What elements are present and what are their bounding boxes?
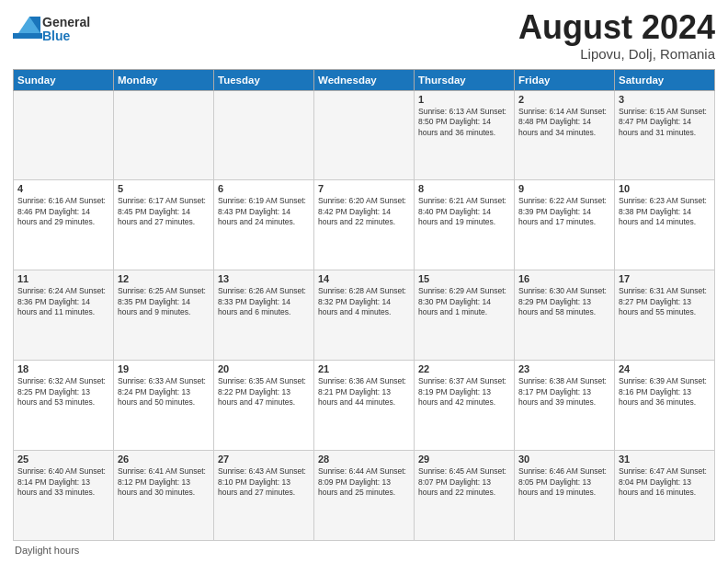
day-cell: 28Sunrise: 6:44 AM Sunset: 8:09 PM Dayli… (314, 451, 415, 541)
day-number: 4 (17, 183, 109, 194)
day-cell: 12Sunrise: 6:25 AM Sunset: 8:35 PM Dayli… (114, 270, 214, 361)
calendar-table: SundayMondayTuesdayWednesdayThursdayFrid… (13, 69, 715, 541)
day-number: 2 (518, 94, 610, 105)
day-number: 17 (619, 273, 711, 284)
day-cell: 2Sunrise: 6:14 AM Sunset: 8:48 PM Daylig… (515, 90, 615, 180)
page: General Blue August 2024 Lipovu, Dolj, R… (0, 0, 728, 563)
logo-general-text: General (42, 16, 90, 29)
day-info: Sunrise: 6:38 AM Sunset: 8:17 PM Dayligh… (518, 376, 610, 408)
day-number: 24 (619, 363, 711, 374)
day-number: 18 (17, 363, 109, 374)
header: General Blue August 2024 Lipovu, Dolj, R… (13, 9, 715, 62)
day-info: Sunrise: 6:19 AM Sunset: 8:43 PM Dayligh… (218, 196, 310, 227)
day-cell: 4Sunrise: 6:16 AM Sunset: 8:46 PM Daylig… (14, 180, 114, 270)
day-number: 26 (118, 454, 210, 465)
title-block: August 2024 Lipovu, Dolj, Romania (518, 9, 715, 62)
day-cell: 20Sunrise: 6:35 AM Sunset: 8:22 PM Dayli… (214, 361, 314, 451)
weekday-header-monday: Monday (114, 69, 214, 90)
day-cell: 22Sunrise: 6:37 AM Sunset: 8:19 PM Dayli… (415, 361, 515, 451)
day-info: Sunrise: 6:17 AM Sunset: 8:45 PM Dayligh… (118, 196, 210, 227)
calendar-location: Lipovu, Dolj, Romania (518, 46, 715, 62)
day-info: Sunrise: 6:44 AM Sunset: 8:09 PM Dayligh… (318, 466, 410, 498)
week-row-3: 11Sunrise: 6:24 AM Sunset: 8:36 PM Dayli… (14, 270, 715, 361)
day-number: 22 (418, 363, 510, 374)
logo: General Blue (13, 13, 90, 46)
day-cell (14, 90, 114, 180)
calendar-title: August 2024 (518, 9, 715, 46)
day-info: Sunrise: 6:23 AM Sunset: 8:38 PM Dayligh… (619, 196, 711, 227)
day-info: Sunrise: 6:22 AM Sunset: 8:39 PM Dayligh… (518, 196, 610, 227)
day-info: Sunrise: 6:43 AM Sunset: 8:10 PM Dayligh… (218, 466, 310, 498)
day-cell: 30Sunrise: 6:46 AM Sunset: 8:05 PM Dayli… (515, 451, 615, 541)
day-cell: 9Sunrise: 6:22 AM Sunset: 8:39 PM Daylig… (515, 180, 615, 270)
day-info: Sunrise: 6:35 AM Sunset: 8:22 PM Dayligh… (218, 376, 310, 408)
day-number: 6 (218, 183, 310, 194)
logo-icon (13, 13, 42, 46)
day-cell: 8Sunrise: 6:21 AM Sunset: 8:40 PM Daylig… (415, 180, 515, 270)
day-info: Sunrise: 6:13 AM Sunset: 8:50 PM Dayligh… (418, 107, 510, 138)
day-number: 30 (518, 454, 610, 465)
day-cell (214, 90, 314, 180)
day-cell: 16Sunrise: 6:30 AM Sunset: 8:29 PM Dayli… (515, 270, 615, 361)
day-cell: 25Sunrise: 6:40 AM Sunset: 8:14 PM Dayli… (14, 451, 114, 541)
day-number: 3 (619, 94, 711, 105)
day-info: Sunrise: 6:45 AM Sunset: 8:07 PM Dayligh… (418, 466, 510, 498)
day-number: 29 (418, 454, 510, 465)
day-info: Sunrise: 6:29 AM Sunset: 8:30 PM Dayligh… (418, 286, 510, 317)
day-cell: 21Sunrise: 6:36 AM Sunset: 8:21 PM Dayli… (314, 361, 415, 451)
day-number: 28 (318, 454, 410, 465)
day-info: Sunrise: 6:31 AM Sunset: 8:27 PM Dayligh… (619, 286, 711, 317)
day-cell: 24Sunrise: 6:39 AM Sunset: 8:16 PM Dayli… (615, 361, 715, 451)
logo-text: General Blue (42, 16, 90, 44)
day-info: Sunrise: 6:20 AM Sunset: 8:42 PM Dayligh… (318, 196, 410, 227)
day-info: Sunrise: 6:15 AM Sunset: 8:47 PM Dayligh… (619, 107, 711, 138)
day-number: 11 (17, 273, 109, 284)
day-number: 5 (118, 183, 210, 194)
weekday-header-sunday: Sunday (14, 69, 114, 90)
day-info: Sunrise: 6:40 AM Sunset: 8:14 PM Dayligh… (17, 466, 109, 498)
day-number: 7 (318, 183, 410, 194)
calendar: SundayMondayTuesdayWednesdayThursdayFrid… (13, 69, 715, 541)
weekday-header-friday: Friday (515, 69, 615, 90)
day-cell: 31Sunrise: 6:47 AM Sunset: 8:04 PM Dayli… (615, 451, 715, 541)
day-info: Sunrise: 6:21 AM Sunset: 8:40 PM Dayligh… (418, 196, 510, 227)
day-cell (314, 90, 415, 180)
day-cell: 10Sunrise: 6:23 AM Sunset: 8:38 PM Dayli… (615, 180, 715, 270)
day-number: 25 (17, 454, 109, 465)
weekday-header-wednesday: Wednesday (314, 69, 415, 90)
day-info: Sunrise: 6:33 AM Sunset: 8:24 PM Dayligh… (118, 376, 210, 408)
day-cell: 6Sunrise: 6:19 AM Sunset: 8:43 PM Daylig… (214, 180, 314, 270)
day-info: Sunrise: 6:28 AM Sunset: 8:32 PM Dayligh… (318, 286, 410, 317)
day-number: 16 (518, 273, 610, 284)
day-cell: 23Sunrise: 6:38 AM Sunset: 8:17 PM Dayli… (515, 361, 615, 451)
day-info: Sunrise: 6:25 AM Sunset: 8:35 PM Dayligh… (118, 286, 210, 317)
weekday-header-saturday: Saturday (615, 69, 715, 90)
day-number: 20 (218, 363, 310, 374)
day-cell: 27Sunrise: 6:43 AM Sunset: 8:10 PM Dayli… (214, 451, 314, 541)
day-number: 9 (518, 183, 610, 194)
day-cell: 17Sunrise: 6:31 AM Sunset: 8:27 PM Dayli… (615, 270, 715, 361)
day-number: 1 (418, 94, 510, 105)
week-row-5: 25Sunrise: 6:40 AM Sunset: 8:14 PM Dayli… (14, 451, 715, 541)
weekday-header-thursday: Thursday (415, 69, 515, 90)
day-cell: 18Sunrise: 6:32 AM Sunset: 8:25 PM Dayli… (14, 361, 114, 451)
day-number: 31 (619, 454, 711, 465)
day-info: Sunrise: 6:39 AM Sunset: 8:16 PM Dayligh… (619, 376, 711, 408)
day-cell: 15Sunrise: 6:29 AM Sunset: 8:30 PM Dayli… (415, 270, 515, 361)
day-number: 12 (118, 273, 210, 284)
week-row-4: 18Sunrise: 6:32 AM Sunset: 8:25 PM Dayli… (14, 361, 715, 451)
day-number: 10 (619, 183, 711, 194)
day-cell: 19Sunrise: 6:33 AM Sunset: 8:24 PM Dayli… (114, 361, 214, 451)
day-cell: 3Sunrise: 6:15 AM Sunset: 8:47 PM Daylig… (615, 90, 715, 180)
day-info: Sunrise: 6:37 AM Sunset: 8:19 PM Dayligh… (418, 376, 510, 408)
day-number: 19 (118, 363, 210, 374)
day-cell: 13Sunrise: 6:26 AM Sunset: 8:33 PM Dayli… (214, 270, 314, 361)
footer-note: Daylight hours (13, 545, 715, 556)
day-cell: 11Sunrise: 6:24 AM Sunset: 8:36 PM Dayli… (14, 270, 114, 361)
weekday-header-row: SundayMondayTuesdayWednesdayThursdayFrid… (14, 69, 715, 90)
day-info: Sunrise: 6:46 AM Sunset: 8:05 PM Dayligh… (518, 466, 610, 498)
day-info: Sunrise: 6:30 AM Sunset: 8:29 PM Dayligh… (518, 286, 610, 317)
day-info: Sunrise: 6:36 AM Sunset: 8:21 PM Dayligh… (318, 376, 410, 408)
day-cell: 14Sunrise: 6:28 AM Sunset: 8:32 PM Dayli… (314, 270, 415, 361)
day-cell: 7Sunrise: 6:20 AM Sunset: 8:42 PM Daylig… (314, 180, 415, 270)
